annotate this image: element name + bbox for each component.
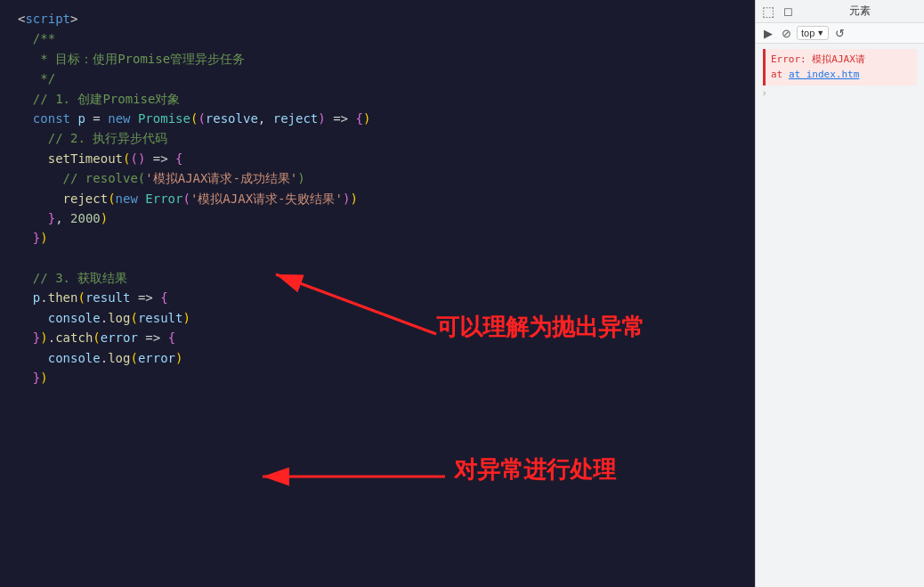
code-line-3: * 目标：使用Promise管理异步任务 [18,49,737,69]
stop-icon[interactable]: ⊘ [779,26,793,40]
expand-arrow[interactable]: › [763,88,917,98]
code-line-15: p.then(result => { [18,288,737,307]
code-line-18: console.log(error) [18,348,737,368]
annotation-throw-text: 可以理解为抛出异常 [436,312,644,343]
error-location-link[interactable]: at index.htm [789,69,859,80]
code-line-7: // 2. 执行异步代码 [18,128,737,148]
annotation-catch-text: 对异常进行处理 [454,454,616,485]
context-dropdown[interactable]: top ▼ [797,26,829,40]
code-line-9: // resolve('模拟AJAX请求-成功结果') [18,168,737,188]
elements-tab-label[interactable]: 元素 [849,4,871,19]
error-text: Error: 模拟AJAX请 [771,53,865,65]
code-line-2: /** [18,29,737,48]
code-line-12: }) [18,228,737,248]
code-line-13 [18,249,737,268]
code-line-19: }) [18,368,737,387]
cursor-icon[interactable]: ⬚ [761,4,775,19]
console-error-message: Error: 模拟AJAX请 at at index.htm [763,49,917,86]
code-line-1: <script> [18,9,737,29]
error-location-text: at [771,69,789,80]
code-line-4: */ [18,69,737,88]
refresh-icon[interactable]: ↺ [832,26,847,40]
code-line-5: // 1. 创建Promise对象 [18,89,737,109]
code-line-6: const p = new Promise((resolve, reject) … [18,109,737,128]
code-line-14: // 3. 获取结果 [18,268,737,288]
code-line-8: setTimeout(() => { [18,149,737,168]
chevron-down-icon: ▼ [816,29,824,37]
code-line-10: reject(new Error('模拟AJAX请求-失败结果')) [18,189,737,208]
inspect-icon[interactable]: ◻ [781,4,795,19]
top-label: top [801,28,815,38]
code-line-11: }, 2000) [18,208,737,228]
devtools-toolbar: ⬚ ◻ 元素 [756,0,924,23]
play-icon[interactable]: ▶ [761,26,775,40]
devtools-panel: ⬚ ◻ 元素 ▶ ⊘ top ▼ ↺ Error: 模拟AJAX请 at at … [755,0,924,587]
code-editor: <script> /** * 目标：使用Promise管理异步任务 */ // … [0,0,755,587]
devtools-console-toolbar: ▶ ⊘ top ▼ ↺ [756,23,924,44]
console-content: Error: 模拟AJAX请 at at index.htm › [756,44,924,587]
